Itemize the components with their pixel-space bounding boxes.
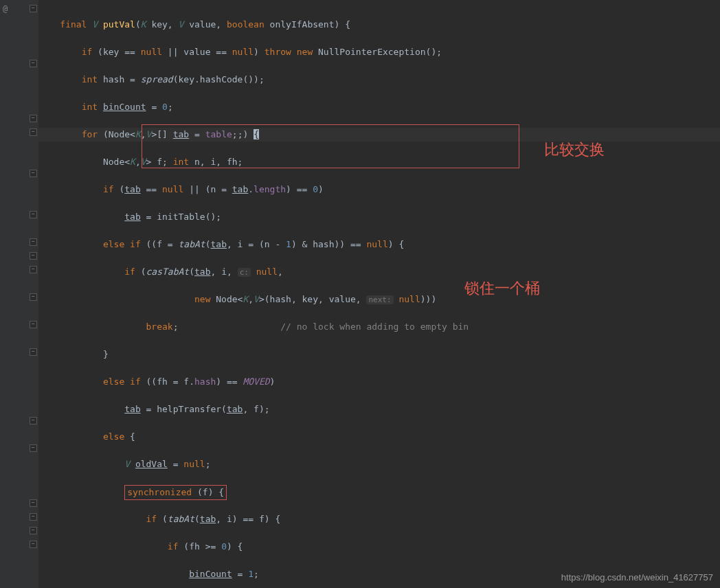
code-line: tab = initTable();	[38, 210, 720, 224]
fold-icon[interactable]: −	[30, 238, 37, 246]
fold-icon[interactable]: −	[30, 115, 37, 122]
code-line: else if ((fh = f.hash) == MOVED)	[38, 375, 720, 389]
code-line: else {	[38, 430, 720, 444]
fold-icon[interactable]: −	[30, 513, 37, 521]
code-line: for (Node<K,V>[] tab = table;;) {	[38, 128, 720, 142]
gutter: @ − − − − − − − − − − − − − − − − − −	[0, 0, 38, 588]
code-line: break; // no lock when adding to empty b…	[38, 320, 720, 334]
code-area[interactable]: final V putVal(K key, V value, boolean o…	[38, 0, 720, 588]
fold-icon[interactable]: −	[30, 417, 37, 425]
code-line: if (fh >= 0) {	[38, 540, 720, 554]
override-marker: @	[3, 4, 8, 14]
code-line: tab = helpTransfer(tab, f);	[38, 403, 720, 416]
code-line: if (casTabAt(tab, i, c: null,	[38, 265, 720, 279]
fold-icon[interactable]: −	[30, 321, 37, 328]
code-line: }	[38, 348, 720, 361]
code-line: int binCount = 0;	[38, 100, 720, 114]
fold-icon[interactable]: −	[30, 444, 37, 452]
fold-icon[interactable]: −	[30, 252, 37, 260]
fold-icon[interactable]: −	[30, 128, 37, 136]
annotation-cas: 比较交换	[544, 143, 605, 157]
code-line: if (tab == null || (n = tab.length) == 0…	[38, 183, 720, 196]
code-editor[interactable]: @ − − − − − − − − − − − − − − − − − − fi…	[0, 0, 720, 588]
fold-icon[interactable]: −	[30, 170, 37, 177]
fold-icon[interactable]: −	[30, 211, 37, 218]
watermark: https://blog.csdn.net/weixin_41627757	[561, 572, 713, 583]
code-line: Node<K,V> f; int n, i, fh;	[38, 155, 720, 169]
fold-icon[interactable]: −	[30, 527, 37, 534]
fold-icon[interactable]: −	[30, 541, 37, 548]
fold-icon[interactable]: −	[30, 5, 37, 12]
code-line: final V putVal(K key, V value, boolean o…	[38, 18, 720, 32]
code-line: synchronized (f) {	[38, 485, 720, 499]
annotation-lock: 锁住一个桶	[464, 282, 540, 295]
code-line: new Node<K,V>(hash, key, value, next: nu…	[38, 293, 720, 306]
fold-icon[interactable]: −	[30, 266, 37, 273]
fold-icon[interactable]: −	[30, 499, 37, 507]
highlight-sync: synchronized (f) {	[124, 485, 227, 500]
fold-icon[interactable]: −	[30, 348, 37, 356]
code-line: V oldVal = null;	[38, 457, 720, 471]
code-line: if (key == null || value == null) throw …	[38, 45, 720, 59]
fold-icon[interactable]: −	[30, 293, 37, 301]
fold-icon[interactable]: −	[30, 60, 37, 67]
code-line: int hash = spread(key.hashCode());	[38, 73, 720, 87]
code-line: else if ((f = tabAt(tab, i = (n - 1) & h…	[38, 238, 720, 251]
code-line: if (tabAt(tab, i) == f) {	[38, 512, 720, 526]
